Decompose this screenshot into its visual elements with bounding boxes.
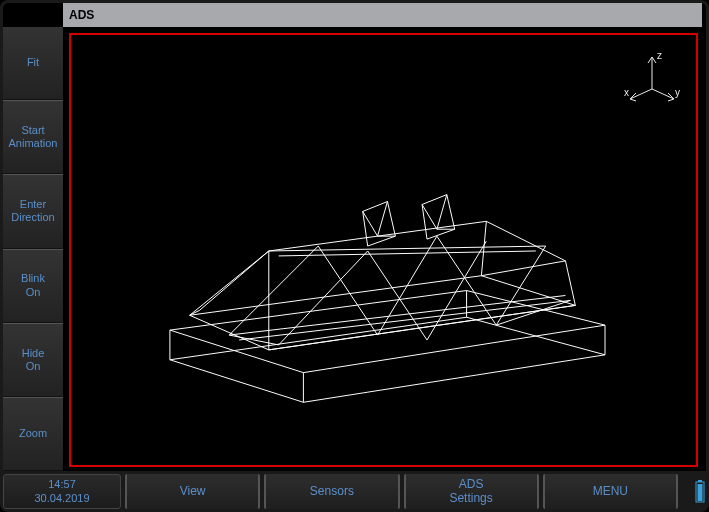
svg-line-1 (630, 89, 652, 99)
bottom-label: ADSSettings (449, 478, 492, 504)
app-title: ADS (69, 8, 94, 22)
wireframe-model (71, 35, 696, 465)
app-frame: ADS Fit StartAnimation EnterDirection Bl… (0, 0, 709, 512)
sidebar: Fit StartAnimation EnterDirection BlinkO… (3, 27, 63, 471)
sidebar-zoom-button[interactable]: Zoom (3, 397, 63, 471)
clock-time: 14:57 (48, 478, 76, 491)
battery-icon (694, 474, 706, 509)
sidebar-start-animation-button[interactable]: StartAnimation (3, 100, 63, 174)
axis-label-x: x (624, 87, 629, 98)
bottom-menu-button[interactable]: MENU (543, 474, 678, 509)
bottom-label: MENU (593, 485, 628, 498)
bottom-buttons: View Sensors ADSSettings MENU (125, 474, 678, 509)
axis-gizmo: z x y (622, 49, 682, 109)
sidebar-blink-on-button[interactable]: BlinkOn (3, 249, 63, 323)
clock-box: 14:57 30.04.2019 (3, 474, 121, 509)
axis-label-y: y (675, 87, 680, 98)
sidebar-label: BlinkOn (21, 272, 45, 298)
clock-date: 30.04.2019 (34, 492, 89, 505)
axis-label-z: z (657, 50, 662, 61)
bottom-ads-settings-button[interactable]: ADSSettings (404, 474, 539, 509)
sidebar-hide-on-button[interactable]: HideOn (3, 323, 63, 397)
sidebar-label: Fit (27, 56, 39, 69)
sidebar-label: HideOn (22, 347, 45, 373)
sidebar-label: Zoom (19, 427, 47, 440)
bottom-view-button[interactable]: View (125, 474, 260, 509)
bottom-label: Sensors (310, 485, 354, 498)
sidebar-label: EnterDirection (11, 198, 54, 224)
sidebar-label: StartAnimation (9, 124, 58, 150)
bottom-label: View (180, 485, 206, 498)
bottom-sensors-button[interactable]: Sensors (264, 474, 399, 509)
svg-rect-5 (698, 484, 703, 501)
sidebar-enter-direction-button[interactable]: EnterDirection (3, 174, 63, 248)
sidebar-fit-button[interactable]: Fit (3, 27, 63, 100)
bottom-bar: 14:57 30.04.2019 View Sensors ADSSetting… (3, 471, 706, 509)
viewport-3d[interactable]: z x y (69, 33, 698, 467)
svg-line-2 (652, 89, 674, 99)
title-bar: ADS (63, 3, 702, 27)
